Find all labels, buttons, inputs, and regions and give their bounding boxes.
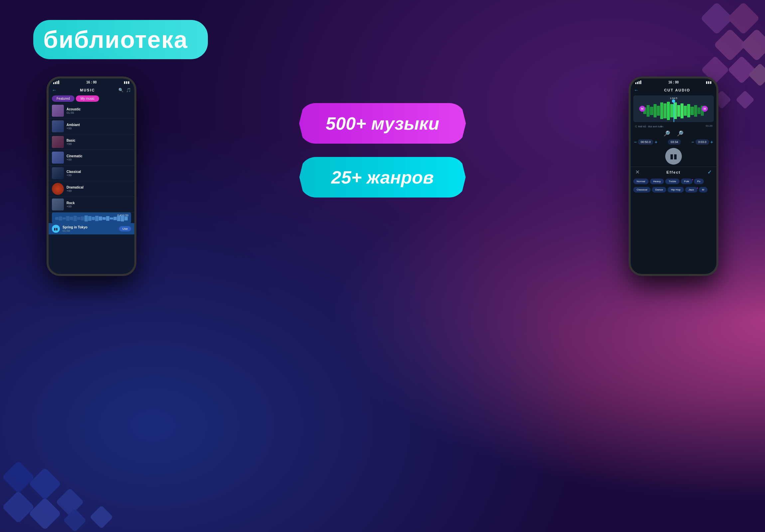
effect-heavy[interactable]: Heavy [650, 179, 664, 184]
track-total-duration: 01:20 [706, 124, 712, 128]
search-icon[interactable]: 🔍 [118, 88, 123, 92]
stat-badge-music: 500+ музыки [299, 103, 466, 144]
back-arrow-icon2[interactable]: ← [634, 88, 639, 93]
phone1-status-bar: 16 : 00 ▮▮▮ [49, 79, 134, 86]
svg-rect-16 [90, 505, 113, 529]
list-item[interactable]: Classical +99 [49, 166, 134, 181]
effect-chips-row2: Classical Dance Hip Hop Jazz M [631, 186, 716, 194]
effect-jazz[interactable]: Jazz [685, 187, 697, 193]
end-time-group: − 3:03.0 + [691, 139, 713, 145]
effect-hiphop[interactable]: Hip Hop [668, 187, 684, 193]
end-plus-button[interactable]: + [710, 139, 713, 145]
effect-classical[interactable]: Classical [633, 187, 651, 193]
phone1-header: ← MUSIC 🔍 🎵 [49, 86, 134, 94]
effect-normal[interactable]: Normal [633, 179, 649, 184]
marker-m-right[interactable]: M [702, 106, 708, 112]
close-effect-button[interactable]: ✕ [635, 169, 640, 175]
audio-waveform[interactable]: 1:04:5 [633, 95, 714, 122]
svg-rect-0 [700, 2, 733, 35]
tabs-row: Featured My music [49, 94, 134, 103]
phone1-header-icons: 🔍 🎵 [118, 88, 131, 92]
list-item[interactable]: Acoustic 01:56 [49, 103, 134, 119]
music-info-classical: Classical +99 [67, 170, 131, 177]
music-thumb-classical [52, 167, 64, 179]
music-thumb-cinematic [52, 152, 64, 164]
play-pause-button[interactable]: ▮▮ [52, 225, 60, 233]
music-note-icon: ♫ Mơ hồ - Bùi anh tuấn [635, 124, 663, 128]
phone-music-library: 16 : 00 ▮▮▮ ← MUSIC 🔍 🎵 Featured My musi… [47, 77, 136, 276]
playing-info: Spring in Tokyo 01:56 [63, 226, 88, 233]
phone1-screen: 16 : 00 ▮▮▮ ← MUSIC 🔍 🎵 Featured My musi… [49, 79, 134, 274]
start-plus-button[interactable]: + [655, 139, 657, 145]
music-thumb-basic [52, 136, 64, 148]
svg-rect-14 [56, 488, 84, 516]
svg-rect-15 [63, 509, 87, 532]
phone2-status-bar: 16 : 00 ▮▮▮ [631, 79, 716, 86]
effect-chips-row1: Normal Heavy Treble Folk Po [631, 177, 716, 186]
tab-mymusic[interactable]: My music [76, 95, 99, 102]
main-play-pause-button[interactable]: ▮▮ [665, 148, 682, 165]
music-thumb-dramatical [52, 183, 64, 195]
phone2-screen: 16 : 00 ▮▮▮ ← CUT AUDIO 1:04:5 [631, 79, 716, 274]
effect-po[interactable]: Po [694, 179, 704, 184]
svg-rect-6 [748, 63, 765, 87]
title-badge: библиотека [33, 20, 208, 59]
back-arrow-icon[interactable]: ← [52, 88, 57, 93]
start-minus-button[interactable]: − [634, 139, 637, 145]
phone2-header: ← CUT AUDIO [631, 86, 716, 94]
svg-rect-13 [29, 497, 62, 530]
phone1-time: 16 : 00 [86, 81, 96, 84]
waveform-dot [672, 99, 675, 103]
library-icon[interactable]: 🎵 [126, 88, 131, 92]
phone-cut-audio: 16 : 00 ▮▮▮ ← CUT AUDIO 1:04:5 [629, 77, 718, 276]
effect-dance[interactable]: Dance [652, 187, 666, 193]
battery-icon2: ▮▮▮ [706, 81, 712, 84]
svg-rect-9 [736, 90, 755, 109]
music-info-basic: Basic +99 [67, 139, 131, 146]
playing-row: ▮▮ Spring in Tokyo 01:56 Use [49, 223, 134, 235]
zoom-out-icon[interactable]: 🔎 [664, 130, 670, 137]
use-button[interactable]: Use [119, 226, 131, 232]
tab-featured[interactable]: Featured [52, 95, 75, 102]
music-thumb-rock [52, 199, 64, 211]
start-time-group: − 00:50.0 + [634, 139, 657, 145]
zoom-in-icon[interactable]: 🔎 [677, 130, 683, 137]
list-item[interactable]: Cinematic +99 [49, 150, 134, 166]
marker-m-left[interactable]: M [639, 106, 645, 112]
music-list: Acoustic 01:56 Ambiant +99 Basic [49, 103, 134, 213]
phone2-screen-title: CUT AUDIO [641, 88, 713, 92]
music-thumb-ambiant [52, 120, 64, 132]
phones-area: 16 : 00 ▮▮▮ ← MUSIC 🔍 🎵 Featured My musi… [27, 77, 738, 276]
title-section: библиотека [33, 20, 208, 59]
effect-m[interactable]: M [699, 187, 708, 193]
middle-time-display: 03:34 [668, 139, 681, 145]
page-title: библиотека [43, 26, 188, 53]
music-info-acoustic: Acoustic 01:56 [67, 107, 131, 114]
signal-icon [53, 81, 59, 84]
list-item[interactable]: Ambiant +99 [49, 119, 134, 134]
signal-icon2 [635, 81, 641, 84]
effect-folk[interactable]: Folk [681, 179, 692, 184]
list-item[interactable]: Dramatical +99 [49, 181, 134, 197]
svg-rect-2 [714, 29, 747, 62]
effect-treble[interactable]: Treble [665, 179, 679, 184]
track-info-row: ♫ Mơ hồ - Bùi anh tuấn 01:20 [631, 123, 716, 129]
confirm-effect-button[interactable]: ✓ [707, 169, 712, 175]
waveform-playhead [673, 100, 674, 122]
battery-icon: ▮▮▮ [124, 81, 130, 84]
list-item[interactable]: Rock +99 [49, 197, 134, 213]
end-time-display: 3:03.0 [695, 139, 709, 145]
start-time-display: 00:50.0 [638, 139, 653, 145]
effect-header: ✕ Effect ✓ [631, 167, 716, 177]
phone2-time: 16 : 00 [668, 81, 678, 84]
genre-stat-number: 25+ жанров [331, 167, 434, 187]
svg-rect-3 [740, 29, 765, 62]
stat-badge-genre: 25+ жанров [299, 157, 466, 198]
svg-rect-10 [2, 461, 35, 494]
music-thumb-acoustic [52, 105, 64, 117]
list-item[interactable]: Basic +99 [49, 134, 134, 150]
time-controls: − 00:50.0 + 03:34 − 3:03.0 + [631, 138, 716, 146]
pause-icon: ▮▮ [670, 152, 677, 160]
zoom-controls: 🔎 🔎 [631, 129, 716, 138]
end-minus-button[interactable]: − [691, 139, 694, 145]
